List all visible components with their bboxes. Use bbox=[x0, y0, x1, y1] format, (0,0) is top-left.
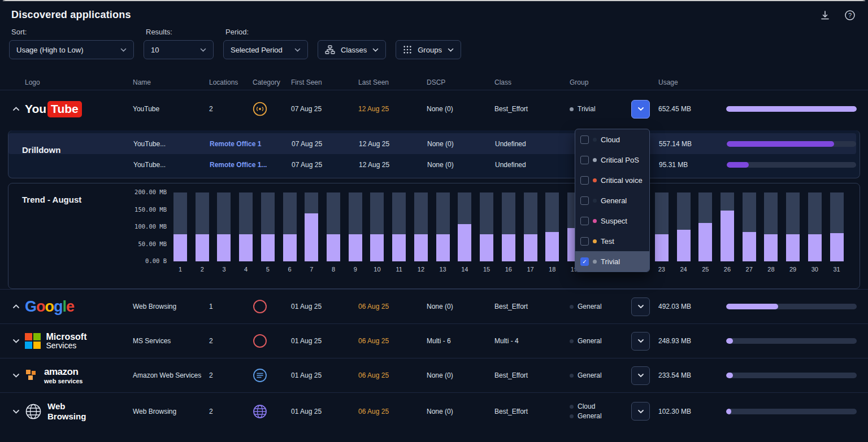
chevron-down-icon bbox=[120, 48, 127, 52]
app-row-google[interactable]: Google Web Browsing 1 01 Aug 25 06 Aug 2… bbox=[0, 289, 868, 323]
col-dscp: DSCP bbox=[427, 78, 494, 86]
locations-cell: 2 bbox=[209, 408, 253, 415]
trend-x-label: 26 bbox=[721, 266, 734, 273]
trend-x-label: 9 bbox=[349, 266, 362, 273]
page-title: Discovered applications bbox=[11, 9, 131, 21]
name-cell: Web Browsing bbox=[133, 303, 209, 310]
period-select[interactable]: Selected Period bbox=[223, 40, 308, 59]
trend-bar bbox=[721, 192, 734, 261]
group-option-label: Cloud bbox=[601, 135, 620, 144]
trend-bar bbox=[698, 192, 712, 261]
amazon-logo-text: amazon bbox=[44, 366, 83, 378]
app-row-amazon[interactable]: amazonweb services Amazon Web Services 2… bbox=[0, 358, 868, 392]
drill-usage-bar bbox=[727, 141, 856, 147]
checkbox[interactable] bbox=[580, 156, 589, 164]
classes-button[interactable]: Classes bbox=[318, 40, 386, 59]
group-option-general[interactable]: General bbox=[575, 190, 649, 211]
drill-location-link[interactable]: Remote Office 1 bbox=[210, 140, 253, 148]
filter-bar: Sort: Usage (High to Low) Results: 10 Pe… bbox=[0, 24, 868, 59]
download-icon[interactable] bbox=[819, 10, 831, 21]
group-color-dot bbox=[593, 260, 597, 264]
chevron-up-icon[interactable] bbox=[12, 304, 20, 309]
group-option-label: Trivial bbox=[601, 257, 620, 266]
group-cell: General bbox=[570, 371, 631, 379]
group-label: General bbox=[578, 371, 602, 379]
group-dropdown-button[interactable] bbox=[631, 366, 650, 385]
drill-first-seen: 07 Aug 25 bbox=[292, 140, 359, 148]
period-value: Selected Period bbox=[231, 46, 283, 54]
chevron-down-icon[interactable] bbox=[12, 373, 20, 378]
chevron-up-icon[interactable] bbox=[12, 107, 20, 111]
trend-bar bbox=[677, 192, 691, 261]
trend-y-label: 0.00 B bbox=[145, 257, 167, 264]
trend-x-label: 3 bbox=[217, 266, 231, 273]
group-dropdown-cell bbox=[631, 100, 658, 119]
trend-chart: 200.00 MB150.00 MB100.00 MB50.00 MB0.00 … bbox=[128, 192, 844, 273]
drill-location-link[interactable]: Remote Office 1... bbox=[210, 161, 253, 169]
sort-select[interactable]: Usage (High to Low) bbox=[9, 40, 134, 59]
checkbox[interactable] bbox=[580, 135, 589, 144]
class-cell: Best_Effort bbox=[494, 371, 570, 379]
locations-cell: 2 bbox=[209, 371, 253, 379]
col-first-seen: First Seen bbox=[291, 78, 358, 86]
trend-bar bbox=[743, 192, 756, 261]
streaming-icon bbox=[253, 102, 267, 116]
trend-bar bbox=[786, 192, 800, 261]
last-seen-cell: 06 Aug 25 bbox=[358, 303, 427, 310]
chevron-down-icon[interactable] bbox=[12, 409, 20, 414]
group-dropdown-button[interactable] bbox=[631, 402, 650, 421]
group-option-cloud[interactable]: Cloud bbox=[575, 129, 649, 150]
group-option-test[interactable]: Test bbox=[575, 231, 649, 251]
trend-x-label: 5 bbox=[261, 266, 275, 273]
app-row-web-browsing[interactable]: Web Browsing Web Browsing 2 01 Aug 25 06… bbox=[0, 392, 868, 430]
trend-bar bbox=[414, 192, 428, 261]
trend-x-label: 8 bbox=[327, 266, 340, 273]
table-header: Logo Name Locations Category First Seen … bbox=[0, 75, 868, 90]
group-option-critical-voice[interactable]: Critical voice bbox=[575, 170, 649, 190]
group-dropdown-cell bbox=[631, 402, 658, 421]
web-browsing-logo-text: Web Browsing bbox=[47, 401, 88, 422]
help-icon[interactable]: ? bbox=[844, 10, 856, 21]
google-logo-letter: o bbox=[45, 298, 54, 315]
group-option-label: Suspect bbox=[601, 217, 627, 225]
checkbox[interactable]: ✓ bbox=[580, 257, 589, 266]
chevron-down-icon[interactable] bbox=[12, 339, 20, 343]
checkbox[interactable] bbox=[580, 176, 589, 185]
chevron-down-icon bbox=[448, 48, 454, 52]
first-seen-cell: 01 Aug 25 bbox=[291, 371, 358, 379]
trend-x-label: 25 bbox=[698, 266, 712, 273]
results-select[interactable]: 10 bbox=[144, 40, 214, 59]
category-cell bbox=[253, 102, 291, 116]
trend-y-label: 150.00 MB bbox=[134, 206, 167, 213]
group-dropdown-button[interactable] bbox=[631, 297, 650, 316]
last-seen-cell: 06 Aug 25 bbox=[358, 371, 427, 379]
group-label: General bbox=[578, 337, 602, 345]
checkbox[interactable] bbox=[580, 196, 589, 205]
dscp-cell: None (0) bbox=[427, 408, 494, 415]
dscp-cell: None (0) bbox=[427, 105, 494, 113]
trend-bar bbox=[764, 192, 778, 261]
checkbox[interactable] bbox=[580, 237, 589, 246]
checkbox[interactable] bbox=[580, 217, 589, 225]
group-option-trivial[interactable]: ✓Trivial bbox=[575, 251, 649, 272]
group-dropdown-cell bbox=[631, 297, 658, 316]
groups-button[interactable]: Groups bbox=[396, 40, 461, 59]
trend-x-label: 2 bbox=[196, 266, 209, 273]
group-option-suspect[interactable]: Suspect bbox=[575, 211, 649, 231]
drilldown-row[interactable]: YouTube... Remote Office 1 07 Aug 25 12 … bbox=[8, 133, 856, 154]
group-dropdown-menu: CloudCritical PoSCritical voiceGeneralSu… bbox=[575, 129, 650, 272]
trend-x-label: 17 bbox=[524, 266, 537, 273]
group-dot bbox=[570, 414, 574, 418]
app-row-microsoft[interactable]: MicrosoftServices MS Services 2 01 Aug 2… bbox=[0, 323, 868, 358]
group-dropdown-button-open[interactable] bbox=[631, 100, 650, 119]
group-option-critical-pos[interactable]: Critical PoS bbox=[575, 150, 649, 170]
app-row-youtube[interactable]: YouTube YouTube 2 07 Aug 25 12 Aug 25 No… bbox=[0, 90, 868, 128]
amazon-boxes-icon bbox=[25, 369, 38, 382]
google-logo-letter: g bbox=[54, 298, 63, 315]
sort-label: Sort: bbox=[11, 28, 134, 36]
trend-bar bbox=[349, 192, 362, 261]
drilldown-row[interactable]: YouTube... Remote Office 1... 07 Aug 25 … bbox=[8, 154, 856, 175]
group-dropdown-button[interactable] bbox=[631, 332, 650, 351]
usage-value: 248.93 MB bbox=[658, 337, 726, 345]
results-label: Results: bbox=[146, 28, 214, 36]
